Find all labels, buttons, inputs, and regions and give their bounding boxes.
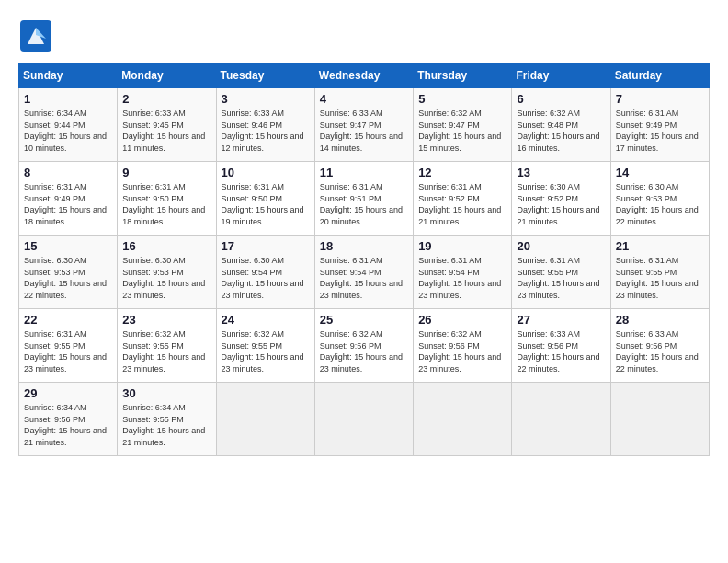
- header-tuesday: Tuesday: [216, 63, 314, 88]
- header-thursday: Thursday: [414, 63, 512, 88]
- calendar-week-5: 29Sunrise: 6:34 AMSunset: 9:56 PMDayligh…: [19, 383, 710, 456]
- calendar-cell: [512, 383, 610, 456]
- calendar-cell: [314, 383, 413, 456]
- day-detail: Sunrise: 6:34 AMSunset: 9:55 PMDaylight:…: [122, 402, 210, 448]
- day-detail: Sunrise: 6:31 AMSunset: 9:49 PMDaylight:…: [24, 181, 112, 227]
- day-detail: Sunrise: 6:30 AMSunset: 9:53 PMDaylight:…: [616, 181, 704, 227]
- calendar-cell: 24Sunrise: 6:32 AMSunset: 9:55 PMDayligh…: [216, 309, 314, 383]
- day-number: 16: [122, 239, 210, 253]
- day-number: 17: [222, 239, 310, 253]
- calendar-week-3: 15Sunrise: 6:30 AMSunset: 9:53 PMDayligh…: [19, 236, 710, 309]
- calendar-cell: 18Sunrise: 6:31 AMSunset: 9:54 PMDayligh…: [314, 236, 413, 309]
- day-detail: Sunrise: 6:31 AMSunset: 9:52 PMDaylight:…: [418, 181, 506, 227]
- day-number: 27: [517, 313, 605, 327]
- calendar-cell: [216, 383, 314, 456]
- calendar-cell: 8Sunrise: 6:31 AMSunset: 9:49 PMDaylight…: [19, 162, 118, 236]
- day-number: 26: [418, 313, 506, 327]
- day-number: 21: [616, 239, 704, 253]
- day-number: 4: [320, 92, 408, 106]
- day-detail: Sunrise: 6:32 AMSunset: 9:55 PMDaylight:…: [122, 328, 210, 374]
- header-monday: Monday: [118, 63, 216, 88]
- day-detail: Sunrise: 6:30 AMSunset: 9:52 PMDaylight:…: [517, 181, 605, 227]
- calendar-cell: 10Sunrise: 6:31 AMSunset: 9:50 PMDayligh…: [216, 162, 314, 236]
- calendar-cell: 15Sunrise: 6:30 AMSunset: 9:53 PMDayligh…: [19, 236, 118, 309]
- calendar-cell: 1Sunrise: 6:34 AMSunset: 9:44 PMDaylight…: [19, 88, 118, 162]
- day-detail: Sunrise: 6:31 AMSunset: 9:49 PMDaylight:…: [616, 108, 704, 154]
- calendar-cell: 9Sunrise: 6:31 AMSunset: 9:50 PMDaylight…: [118, 162, 216, 236]
- day-detail: Sunrise: 6:31 AMSunset: 9:55 PMDaylight:…: [517, 255, 605, 301]
- day-detail: Sunrise: 6:31 AMSunset: 9:51 PMDaylight:…: [320, 181, 408, 227]
- header-sunday: Sunday: [19, 63, 118, 88]
- day-detail: Sunrise: 6:33 AMSunset: 9:45 PMDaylight:…: [122, 108, 210, 154]
- day-detail: Sunrise: 6:32 AMSunset: 9:56 PMDaylight:…: [418, 328, 506, 374]
- calendar-cell: 3Sunrise: 6:33 AMSunset: 9:46 PMDaylight…: [216, 88, 314, 162]
- calendar-week-4: 22Sunrise: 6:31 AMSunset: 9:55 PMDayligh…: [19, 309, 710, 383]
- logo-icon: [18, 18, 53, 53]
- calendar-cell: 23Sunrise: 6:32 AMSunset: 9:55 PMDayligh…: [118, 309, 216, 383]
- calendar-cell: 11Sunrise: 6:31 AMSunset: 9:51 PMDayligh…: [314, 162, 413, 236]
- day-detail: Sunrise: 6:32 AMSunset: 9:56 PMDaylight:…: [320, 328, 408, 374]
- day-number: 24: [222, 313, 310, 327]
- day-detail: Sunrise: 6:33 AMSunset: 9:46 PMDaylight:…: [222, 108, 310, 154]
- day-number: 11: [320, 166, 408, 179]
- header-wednesday: Wednesday: [314, 63, 413, 88]
- calendar-cell: 12Sunrise: 6:31 AMSunset: 9:52 PMDayligh…: [414, 162, 512, 236]
- day-detail: Sunrise: 6:31 AMSunset: 9:50 PMDaylight:…: [122, 181, 210, 227]
- calendar-cell: 20Sunrise: 6:31 AMSunset: 9:55 PMDayligh…: [512, 236, 610, 309]
- calendar-cell: 22Sunrise: 6:31 AMSunset: 9:55 PMDayligh…: [19, 309, 118, 383]
- day-number: 14: [616, 166, 704, 179]
- day-detail: Sunrise: 6:30 AMSunset: 9:54 PMDaylight:…: [222, 255, 310, 301]
- day-number: 1: [24, 92, 112, 106]
- page-header: [18, 18, 710, 53]
- day-number: 9: [122, 166, 210, 179]
- calendar-cell: [610, 383, 709, 456]
- calendar-cell: 30Sunrise: 6:34 AMSunset: 9:55 PMDayligh…: [118, 383, 216, 456]
- calendar-cell: [414, 383, 512, 456]
- day-detail: Sunrise: 6:33 AMSunset: 9:47 PMDaylight:…: [320, 108, 408, 154]
- day-number: 18: [320, 239, 408, 253]
- calendar-cell: 17Sunrise: 6:30 AMSunset: 9:54 PMDayligh…: [216, 236, 314, 309]
- calendar-cell: 27Sunrise: 6:33 AMSunset: 9:56 PMDayligh…: [512, 309, 610, 383]
- day-number: 7: [616, 92, 704, 106]
- logo: [18, 18, 58, 53]
- day-number: 22: [24, 313, 112, 327]
- calendar-header-row: SundayMondayTuesdayWednesdayThursdayFrid…: [19, 63, 710, 88]
- calendar-cell: 26Sunrise: 6:32 AMSunset: 9:56 PMDayligh…: [414, 309, 512, 383]
- calendar-cell: 6Sunrise: 6:32 AMSunset: 9:48 PMDaylight…: [512, 88, 610, 162]
- calendar-cell: 7Sunrise: 6:31 AMSunset: 9:49 PMDaylight…: [610, 88, 709, 162]
- calendar-week-2: 8Sunrise: 6:31 AMSunset: 9:49 PMDaylight…: [19, 162, 710, 236]
- day-number: 28: [616, 313, 704, 327]
- calendar-cell: 13Sunrise: 6:30 AMSunset: 9:52 PMDayligh…: [512, 162, 610, 236]
- day-detail: Sunrise: 6:32 AMSunset: 9:55 PMDaylight:…: [222, 328, 310, 374]
- calendar-table: SundayMondayTuesdayWednesdayThursdayFrid…: [18, 63, 710, 456]
- day-detail: Sunrise: 6:30 AMSunset: 9:53 PMDaylight:…: [24, 255, 112, 301]
- calendar-week-1: 1Sunrise: 6:34 AMSunset: 9:44 PMDaylight…: [19, 88, 710, 162]
- day-detail: Sunrise: 6:32 AMSunset: 9:47 PMDaylight:…: [418, 108, 506, 154]
- day-number: 10: [222, 166, 310, 179]
- day-number: 6: [517, 92, 605, 106]
- day-detail: Sunrise: 6:33 AMSunset: 9:56 PMDaylight:…: [517, 328, 605, 374]
- calendar-cell: 19Sunrise: 6:31 AMSunset: 9:54 PMDayligh…: [414, 236, 512, 309]
- day-number: 30: [122, 386, 210, 400]
- day-number: 15: [24, 239, 112, 253]
- day-detail: Sunrise: 6:32 AMSunset: 9:48 PMDaylight:…: [517, 108, 605, 154]
- day-number: 29: [24, 386, 112, 400]
- day-number: 19: [418, 239, 506, 253]
- header-saturday: Saturday: [610, 63, 709, 88]
- day-detail: Sunrise: 6:31 AMSunset: 9:55 PMDaylight:…: [616, 255, 704, 301]
- calendar-cell: 29Sunrise: 6:34 AMSunset: 9:56 PMDayligh…: [19, 383, 118, 456]
- day-detail: Sunrise: 6:31 AMSunset: 9:54 PMDaylight:…: [418, 255, 506, 301]
- day-number: 2: [122, 92, 210, 106]
- day-detail: Sunrise: 6:31 AMSunset: 9:54 PMDaylight:…: [320, 255, 408, 301]
- day-detail: Sunrise: 6:33 AMSunset: 9:56 PMDaylight:…: [616, 328, 704, 374]
- day-number: 20: [517, 239, 605, 253]
- calendar-cell: 2Sunrise: 6:33 AMSunset: 9:45 PMDaylight…: [118, 88, 216, 162]
- day-number: 23: [122, 313, 210, 327]
- day-detail: Sunrise: 6:30 AMSunset: 9:53 PMDaylight:…: [122, 255, 210, 301]
- day-number: 12: [418, 166, 506, 179]
- day-detail: Sunrise: 6:34 AMSunset: 9:56 PMDaylight:…: [24, 402, 112, 448]
- calendar-cell: 16Sunrise: 6:30 AMSunset: 9:53 PMDayligh…: [118, 236, 216, 309]
- calendar-cell: 14Sunrise: 6:30 AMSunset: 9:53 PMDayligh…: [610, 162, 709, 236]
- header-friday: Friday: [512, 63, 610, 88]
- calendar-cell: 4Sunrise: 6:33 AMSunset: 9:47 PMDaylight…: [314, 88, 413, 162]
